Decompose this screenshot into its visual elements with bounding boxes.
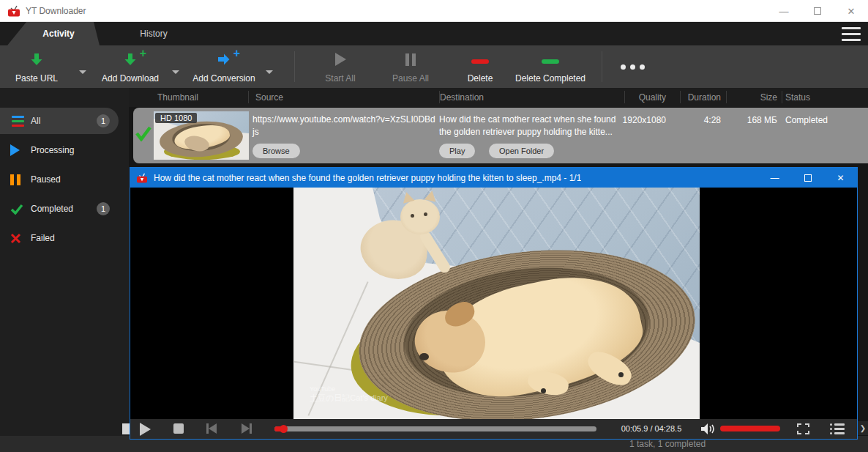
column-header-source[interactable]: Source xyxy=(255,92,283,103)
seek-knob[interactable] xyxy=(280,425,288,433)
play-button[interactable]: Play xyxy=(439,144,475,158)
table-header: Thumbnail Source Destination Quality Dur… xyxy=(129,88,868,107)
speaker-icon[interactable] xyxy=(700,423,715,435)
delete-icon xyxy=(471,59,489,64)
hd-quality-badge: HD 1080 xyxy=(155,113,197,123)
column-separator xyxy=(782,91,782,103)
column-separator xyxy=(680,91,681,103)
processing-icon xyxy=(10,144,25,156)
puppy-paw xyxy=(618,372,624,377)
app-window: YT Downloader — ✕ Activity History Paste… xyxy=(0,0,868,452)
player-minimize-button[interactable]: — xyxy=(758,173,791,183)
duration-value: 4:28 xyxy=(673,115,721,125)
maximize-button[interactable] xyxy=(801,7,834,15)
delete-completed-label: Delete Completed xyxy=(515,73,585,84)
paste-url-caret[interactable] xyxy=(79,70,86,74)
player-close-button[interactable]: ✕ xyxy=(824,173,857,183)
sidebar-item-label: Failed xyxy=(31,233,55,243)
sidebar-item-all[interactable]: All 1 xyxy=(0,108,119,134)
fullscreen-icon[interactable] xyxy=(797,423,809,434)
player-app-icon xyxy=(136,173,148,183)
tab-history[interactable]: History xyxy=(110,22,198,45)
menu-icon[interactable] xyxy=(842,27,861,41)
add-conversion-button[interactable]: + Add Conversion xyxy=(189,50,259,84)
window-controls: — ✕ xyxy=(767,0,868,22)
column-header-size[interactable]: Size xyxy=(728,92,777,103)
video-thumbnail[interactable]: HD 1080 xyxy=(154,111,249,160)
pause-all-button[interactable]: Pause All xyxy=(385,50,436,84)
failed-x-icon xyxy=(10,233,25,244)
hscrollbar-thumb[interactable] xyxy=(122,423,130,434)
column-separator xyxy=(624,91,625,103)
paste-url-icon xyxy=(29,52,44,67)
column-separator xyxy=(439,91,440,103)
sidebar-item-label: Processing xyxy=(31,145,74,155)
column-header-quality[interactable]: Quality xyxy=(597,92,666,103)
stop-icon[interactable] xyxy=(173,423,184,434)
sidebar-item-label: All xyxy=(31,116,40,126)
kitten-eye xyxy=(411,214,414,218)
player-titlebar: How did the cat mother react when she fo… xyxy=(130,168,857,188)
minimize-button[interactable]: — xyxy=(767,6,801,17)
toolbar-separator xyxy=(602,51,602,82)
kitten-ear xyxy=(424,189,438,201)
status-value: Completed xyxy=(785,115,828,125)
column-separator xyxy=(248,91,249,103)
sidebar-item-completed[interactable]: Completed 1 xyxy=(0,196,119,222)
next-track-icon[interactable] xyxy=(242,423,252,434)
window-title: YT Downloader xyxy=(26,6,86,16)
row-completed-check-icon xyxy=(135,125,152,141)
tab-activity[interactable]: Activity xyxy=(7,22,100,45)
status-bar-text: 1 task, 1 completed xyxy=(629,439,706,449)
add-conversion-caret[interactable] xyxy=(266,70,273,74)
tab-history-label: History xyxy=(140,29,167,39)
column-separator xyxy=(726,91,727,103)
tabbar: Activity History xyxy=(0,22,868,45)
more-button[interactable] xyxy=(621,64,645,70)
seek-bar[interactable] xyxy=(274,426,596,431)
add-conversion-label: Add Conversion xyxy=(192,73,255,84)
completed-check-icon xyxy=(10,204,25,215)
close-button[interactable]: ✕ xyxy=(834,6,868,17)
add-download-button[interactable]: + Add Download xyxy=(97,50,164,84)
all-filter-icon xyxy=(10,116,25,127)
puppy-paw xyxy=(541,388,546,393)
video-area[interactable]: YouTube 土豆の日記Cat's diary xyxy=(130,188,857,419)
player-maximize-icon xyxy=(804,174,812,182)
sidebar-item-paused[interactable]: Paused xyxy=(0,166,119,193)
playlist-icon[interactable] xyxy=(830,423,845,434)
volume-slider[interactable] xyxy=(720,426,780,431)
column-header-destination[interactable]: Destination xyxy=(440,92,484,103)
sidebar-item-label: Completed xyxy=(31,204,73,214)
play-icon[interactable] xyxy=(140,423,151,436)
browse-button[interactable]: Browse xyxy=(252,144,300,158)
delete-completed-icon xyxy=(542,59,559,64)
time-display: 00:05.9 / 04:28.5 xyxy=(607,424,695,433)
paused-icon xyxy=(10,174,25,185)
paste-url-button[interactable]: Paste URL xyxy=(7,50,66,84)
quality-value: 1920x1080 xyxy=(613,115,666,125)
toolbar-separator xyxy=(294,51,295,82)
start-all-button[interactable]: Start All xyxy=(316,50,364,84)
sidebar-item-failed[interactable]: Failed xyxy=(0,225,119,251)
video-frame: YouTube 土豆の日記Cat's diary xyxy=(293,188,700,419)
table-row[interactable]: HD 1080 https://www.youtube.com/watch?v=… xyxy=(133,108,868,163)
hscrollbar-right-arrow[interactable]: ❯ xyxy=(858,421,868,435)
column-header-thumbnail[interactable]: Thumbnail xyxy=(157,92,198,103)
watermark-line1: YouTube xyxy=(310,385,388,393)
delete-completed-button[interactable]: Delete Completed xyxy=(512,50,588,84)
open-folder-button[interactable]: Open Folder xyxy=(489,144,554,158)
destination-text: How did the cat mother react when she fo… xyxy=(439,114,626,138)
paste-url-label: Paste URL xyxy=(15,73,58,84)
add-download-label: Add Download xyxy=(102,73,159,84)
add-download-caret[interactable] xyxy=(172,70,179,74)
previous-track-icon[interactable] xyxy=(206,423,217,434)
player-maximize-button[interactable] xyxy=(791,174,824,182)
kitten-eye xyxy=(424,212,427,216)
add-download-icon xyxy=(123,52,138,67)
pause-all-label: Pause All xyxy=(392,73,429,84)
column-header-status[interactable]: Status xyxy=(785,92,810,103)
delete-button[interactable]: Delete xyxy=(461,50,499,84)
delete-label: Delete xyxy=(468,73,493,84)
sidebar-item-processing[interactable]: Processing xyxy=(0,137,119,163)
